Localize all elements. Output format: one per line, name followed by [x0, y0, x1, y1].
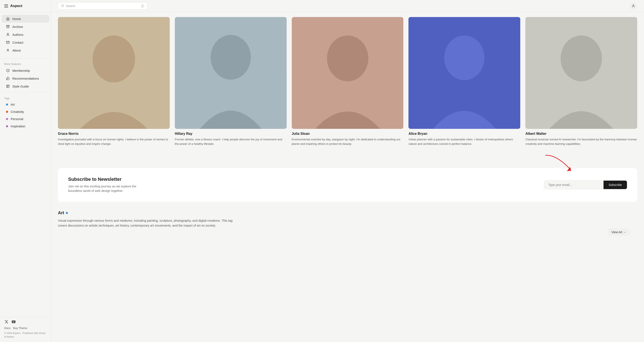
sidebar-item-label: Style Guide: [12, 84, 29, 88]
author-card-albert: Albert Walter Classical musician turned …: [526, 17, 637, 146]
author-name: Grace Norris: [58, 132, 170, 136]
author-image-hillary: [175, 17, 287, 129]
search-bar[interactable]: Search /: [58, 2, 147, 10]
tag-section-wrapper: Art Visual expression through various fo…: [58, 210, 637, 228]
search-shortcut: /: [141, 4, 144, 8]
tags-label: Tags: [0, 95, 51, 101]
author-name: Albert Walter: [526, 132, 637, 136]
sidebar-item-style-guide[interactable]: Style Guide: [2, 82, 49, 90]
footer-links: Docs Buy Theme: [4, 326, 47, 330]
svg-rect-0: [6, 25, 9, 26]
tag-label: Personal: [11, 117, 23, 121]
subscribe-section: Subscribe to Newsletter Join me on this …: [58, 168, 637, 202]
archive-icon: [6, 25, 10, 28]
author-bio: Environmental scientist by day, stargaze…: [292, 137, 404, 146]
svg-point-13: [93, 36, 135, 82]
tag-label: Inspiration: [11, 124, 25, 128]
svg-point-17: [327, 36, 368, 81]
art-tag-description: Visual expression through various forms …: [58, 218, 232, 228]
subscribe-button[interactable]: Subscribe: [604, 180, 627, 189]
author-image-julia: [292, 17, 404, 129]
author-card-julia: Julia Sloan Environmental scientist by d…: [292, 17, 404, 146]
topbar: Search /: [51, 0, 644, 12]
art-tag-section: Art Visual expression through various fo…: [58, 210, 637, 228]
sidebar-item-label: Recommendations: [12, 77, 39, 80]
art-tag-header: Art: [58, 210, 637, 215]
sidebar: Aspect Home Archive: [0, 0, 51, 342]
topbar-right: [630, 2, 637, 10]
sidebar-item-archive[interactable]: Archive: [2, 23, 49, 30]
svg-point-11: [633, 5, 634, 6]
search-placeholder: Search: [66, 4, 139, 8]
sidebar-header: Aspect: [0, 0, 51, 12]
svg-point-21: [560, 36, 602, 81]
tag-item-inspiration[interactable]: Inspiration: [2, 123, 49, 130]
tag-item-personal[interactable]: Personal: [2, 116, 49, 122]
subscribe-form: Subscribe: [544, 180, 627, 189]
author-card-hillary: Hillary Ray Former athlete, now a fitnes…: [175, 17, 287, 146]
twitter-icon[interactable]: [4, 320, 8, 324]
svg-line-10: [63, 6, 64, 7]
tag-item-art[interactable]: Art: [2, 101, 49, 108]
sidebar-item-about[interactable]: About: [2, 46, 49, 54]
sidebar-item-label: Archive: [12, 25, 23, 28]
sidebar-item-label: Contact: [12, 41, 24, 44]
svg-point-4: [7, 49, 8, 50]
sidebar-item-home[interactable]: Home: [2, 15, 49, 22]
author-image-albert: [526, 17, 637, 129]
sidebar-item-label: About: [12, 48, 21, 52]
buy-theme-link[interactable]: Buy Theme: [13, 326, 27, 330]
sidebar-item-label: Membership: [12, 69, 30, 72]
author-bio: Classical musician turned AI researcher.…: [526, 137, 637, 146]
inspiration-dot: [6, 125, 8, 127]
author-image-grace: [58, 17, 170, 129]
more-features-section: More Features Membership Recommendations: [0, 60, 51, 90]
tag-item-creativity[interactable]: Creativity: [2, 108, 49, 115]
search-icon: [61, 4, 64, 8]
svg-rect-6: [6, 85, 9, 88]
user-icon-button[interactable]: [630, 2, 637, 10]
sidebar-item-membership[interactable]: Membership: [2, 67, 49, 74]
creativity-dot: [6, 111, 8, 113]
view-art-button[interactable]: View Art →: [607, 228, 630, 236]
youtube-icon[interactable]: [12, 320, 16, 324]
divider: [0, 58, 51, 59]
art-dot: [6, 104, 8, 106]
main-content: Search / Grace Norris: [51, 0, 644, 342]
author-bio: Former athlete, now a fitness coach. I h…: [175, 137, 287, 146]
more-features-label: More Features: [0, 60, 51, 66]
sidebar-item-label: Authors: [12, 33, 24, 36]
svg-point-19: [444, 36, 484, 80]
author-bio: Urban planner with a passion for sustain…: [408, 137, 520, 146]
home-icon: [6, 17, 10, 21]
membership-icon: [6, 68, 10, 72]
sidebar-item-recommendations[interactable]: Recommendations: [2, 74, 49, 82]
tags-section: Tags Art Creativity Personal Inspiration: [0, 94, 51, 131]
main-nav: Home Archive Authors Co: [0, 12, 51, 57]
site-title: Aspect: [10, 4, 22, 8]
docs-link[interactable]: Docs: [4, 326, 11, 330]
sidebar-item-contact[interactable]: Contact: [2, 38, 49, 46]
about-icon: [6, 48, 10, 52]
social-icons: [4, 320, 47, 324]
author-image-alice: [408, 17, 520, 129]
email-input[interactable]: [544, 180, 604, 189]
svg-point-2: [7, 33, 8, 34]
authors-icon: [6, 32, 10, 36]
copyright-text: © 2024 Aspect - Published with Ghost & A…: [4, 331, 47, 339]
sidebar-item-authors[interactable]: Authors: [2, 31, 49, 38]
recommendations-icon: [6, 76, 10, 80]
author-name: Julia Sloan: [292, 132, 404, 136]
author-card-alice: Alice Bryan Urban planner with a passion…: [408, 17, 520, 146]
style-guide-icon: [6, 84, 10, 88]
subscribe-description: Join me on this exciting journey as we e…: [68, 184, 140, 194]
divider2: [0, 92, 51, 92]
contact-icon: [6, 40, 10, 44]
art-tag-title: Art: [58, 210, 64, 215]
subscribe-text: Subscribe to Newsletter Join me on this …: [68, 176, 140, 194]
red-arrow-annotation: [58, 153, 637, 172]
sidebar-item-label: Home: [12, 17, 21, 21]
tag-label: Art: [11, 103, 15, 106]
personal-dot: [6, 118, 8, 120]
menu-icon[interactable]: [4, 4, 8, 8]
